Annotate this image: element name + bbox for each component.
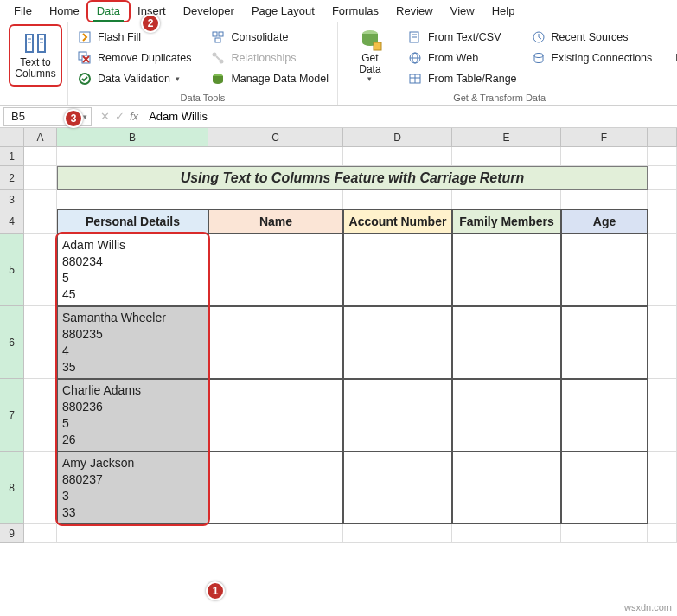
cell-D8[interactable]: [343, 452, 452, 524]
existing-connections-label: Existing Connections: [552, 52, 653, 64]
svg-rect-20: [374, 42, 381, 50]
enter-formula-icon[interactable]: ✓: [115, 110, 125, 123]
cell-B6[interactable]: Samantha Wheeler 880235 4 35: [57, 306, 208, 379]
cancel-formula-icon[interactable]: ✕: [100, 110, 110, 123]
header-account-number: Account Number: [343, 209, 452, 234]
cell-B5[interactable]: Adam Willis 880234 5 45: [57, 234, 208, 306]
cell-D7[interactable]: [343, 379, 452, 452]
manage-data-model-button[interactable]: Manage Data Model: [207, 69, 332, 88]
flash-fill-label: Flash Fill: [98, 31, 141, 43]
cell-C5[interactable]: [208, 234, 343, 306]
tab-page-layout[interactable]: Page Layout: [243, 2, 323, 21]
text-to-columns-label: Text to Columns: [15, 57, 55, 80]
flash-fill-icon: [77, 29, 93, 45]
tab-review[interactable]: Review: [387, 2, 442, 21]
cell-F7[interactable]: [561, 379, 648, 452]
column-headers: A B C D E F: [0, 128, 677, 147]
relationships-icon: [210, 50, 226, 66]
relationships-button: Relationships: [207, 48, 332, 67]
get-data-label: Get Data: [359, 53, 380, 75]
svg-rect-14: [215, 38, 220, 42]
spreadsheet-grid[interactable]: 1 2 3 4 5 6 7 8 9 Using Text to Columns …: [0, 147, 677, 543]
cell-F5[interactable]: [561, 234, 648, 306]
fx-icon[interactable]: fx: [130, 110, 138, 123]
svg-rect-0: [26, 35, 33, 52]
data-validation-label: Data Validation: [98, 73, 170, 85]
col-F[interactable]: F: [561, 128, 648, 146]
tab-insert[interactable]: Insert: [129, 2, 175, 21]
from-table-range-button[interactable]: From Table/Range: [404, 69, 521, 88]
row-6[interactable]: 6: [0, 306, 24, 379]
cell-F8[interactable]: [561, 452, 648, 524]
cell-C7[interactable]: [208, 379, 343, 452]
select-all-corner[interactable]: [0, 128, 24, 146]
data-validation-icon: [77, 71, 93, 87]
row-2[interactable]: 2: [0, 166, 24, 190]
ribbon: Text to Columns Flash Fill Remove Duplic…: [0, 22, 677, 106]
consolidate-button[interactable]: Consolidate: [207, 28, 332, 47]
tab-help[interactable]: Help: [483, 2, 524, 21]
cell-E5[interactable]: [452, 234, 561, 306]
col-B[interactable]: B: [57, 128, 208, 146]
chevron-down-icon: ▾: [83, 112, 87, 121]
col-C[interactable]: C: [208, 128, 343, 146]
recent-sources-label: Recent Sources: [552, 31, 629, 43]
svg-rect-1: [38, 35, 45, 52]
tab-view[interactable]: View: [442, 2, 483, 21]
cell-C6[interactable]: [208, 306, 343, 379]
manage-data-model-label: Manage Data Model: [231, 73, 329, 85]
watermark: wsxdn.com: [624, 602, 672, 613]
recent-sources-button[interactable]: Recent Sources: [527, 28, 656, 47]
col-E[interactable]: E: [452, 128, 561, 146]
formula-bar: B5 ▾ ✕ ✓ fx: [0, 106, 677, 128]
cell-E6[interactable]: [452, 306, 561, 379]
from-web-button[interactable]: From Web: [404, 48, 521, 67]
sheet-title: Using Text to Columns Feature with Carri…: [57, 166, 648, 190]
cell-E8[interactable]: [452, 452, 561, 524]
get-data-button[interactable]: Get Data ▾: [343, 24, 397, 87]
cell-E7[interactable]: [452, 379, 561, 452]
cell-D6[interactable]: [343, 306, 452, 379]
svg-point-15: [213, 53, 217, 57]
tab-data[interactable]: Data: [88, 2, 129, 21]
header-age: Age: [561, 209, 648, 234]
recent-sources-icon: [531, 29, 546, 45]
tab-home[interactable]: Home: [41, 2, 88, 21]
name-box-value: B5: [11, 110, 25, 123]
cell-F6[interactable]: [561, 306, 648, 379]
tab-formulas[interactable]: Formulas: [323, 2, 387, 21]
header-personal-details: Personal Details: [57, 209, 208, 234]
row-8[interactable]: 8: [0, 452, 24, 524]
flash-fill-button[interactable]: Flash Fill: [73, 28, 195, 47]
existing-connections-button[interactable]: Existing Connections: [527, 48, 656, 67]
col-A[interactable]: A: [24, 128, 57, 146]
cell-B7[interactable]: Charlie Adams 880236 5 26: [57, 379, 208, 452]
cell-B8[interactable]: Amy Jackson 880237 3 33: [57, 452, 208, 524]
cell-D5[interactable]: [343, 234, 452, 306]
row-5[interactable]: 5: [0, 234, 24, 306]
data-validation-button[interactable]: Data Validation ▾: [73, 69, 195, 88]
row-3[interactable]: 3: [0, 190, 24, 209]
from-table-range-label: From Table/Range: [428, 73, 517, 85]
from-table-range-icon: [407, 71, 423, 87]
row-9[interactable]: 9: [0, 524, 24, 543]
remove-duplicates-button[interactable]: Remove Duplicates: [73, 48, 195, 67]
relationships-label: Relationships: [231, 52, 296, 64]
remove-duplicates-icon: [77, 50, 93, 66]
tab-file[interactable]: File: [5, 2, 41, 21]
row-1[interactable]: 1: [0, 147, 24, 166]
row-7[interactable]: 7: [0, 379, 24, 452]
svg-point-16: [220, 60, 224, 64]
formula-input[interactable]: [144, 107, 677, 126]
refresh-all-button[interactable]: Refresh All ▾: [667, 24, 677, 87]
existing-connections-icon: [531, 50, 546, 66]
col-D[interactable]: D: [343, 128, 452, 146]
name-box[interactable]: B5 ▾: [3, 107, 92, 126]
tab-developer[interactable]: Developer: [175, 2, 243, 21]
row-4[interactable]: 4: [0, 209, 24, 234]
from-text-csv-button[interactable]: From Text/CSV: [404, 28, 521, 47]
col-G[interactable]: [648, 128, 677, 146]
svg-line-17: [216, 56, 220, 60]
cell-C8[interactable]: [208, 452, 343, 524]
text-to-columns-button[interactable]: Text to Columns: [9, 24, 62, 87]
